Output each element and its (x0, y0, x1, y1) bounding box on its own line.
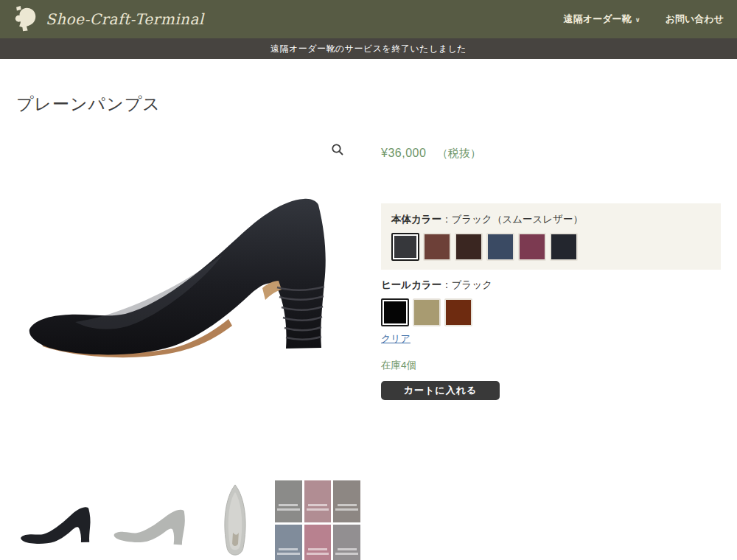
heel-color-swatch-0[interactable] (381, 298, 409, 326)
colon: ： (441, 279, 452, 290)
nav-item-label: お問い合わせ (666, 13, 724, 26)
color-chart-tile-2 (333, 480, 360, 522)
thumbnail-shoe-top-faded[interactable] (212, 482, 258, 560)
shoemaker-figure-icon (13, 4, 40, 34)
price: ¥36,000 (381, 147, 426, 159)
thumbnail-color-chart[interactable] (275, 480, 360, 560)
site-header: Shoe-Craft-Terminal 遠隔オーダー靴∨お問い合わせ (0, 0, 737, 38)
main-nav: 遠隔オーダー靴∨お問い合わせ (564, 13, 724, 26)
announcement-text: 遠隔オーダー靴のサービスを終了いたしました (270, 43, 467, 55)
heel-color-selected-value: ブラック (452, 279, 492, 290)
brand-name: Shoe-Craft-Terminal (46, 10, 204, 28)
body-color-swatch-5[interactable] (550, 233, 578, 261)
body-color-swatch-3[interactable] (486, 233, 514, 261)
body-color-swatch-0[interactable] (391, 233, 419, 261)
body-color-swatches (391, 233, 710, 261)
product-image[interactable] (16, 133, 355, 391)
color-chart-tile-5 (333, 525, 360, 560)
heel-color-swatches (381, 298, 721, 326)
add-to-cart-button[interactable]: カートに入れる (381, 381, 500, 400)
nav-item-label: 遠隔オーダー靴 (564, 13, 632, 26)
thumbnail-shoe-side[interactable] (18, 491, 97, 556)
thumbnail-gallery (0, 478, 737, 560)
nav-item-0[interactable]: 遠隔オーダー靴∨ (564, 13, 640, 26)
zoom-magnifier-icon[interactable] (330, 142, 345, 157)
body-color-swatch-2[interactable] (455, 233, 483, 261)
body-color-selected-value: ブラック（スムースレザー） (452, 214, 583, 225)
body-color-label: 本体カラー (391, 214, 441, 225)
product-title: プレーンパンプス (16, 93, 721, 116)
colon: ： (441, 214, 452, 225)
price-row: ¥36,000 （税抜） (381, 147, 721, 161)
chevron-down-icon: ∨ (635, 16, 640, 24)
tax-note: （税抜） (437, 147, 481, 159)
stock-status: 在庫4個 (381, 359, 721, 372)
nav-item-1[interactable]: お問い合わせ (666, 13, 724, 26)
body-color-row: 本体カラー：ブラック（スムースレザー） (381, 203, 721, 270)
heel-color-swatch-2[interactable] (444, 298, 472, 326)
page: Shoe-Craft-Terminal 遠隔オーダー靴∨お問い合わせ 遠隔オーダ… (0, 0, 737, 560)
color-chart-tile-1 (304, 480, 332, 522)
color-chart-tile-4 (304, 525, 332, 560)
color-chart-tile-3 (275, 525, 302, 560)
body-color-swatch-4[interactable] (518, 233, 546, 261)
heel-color-label: ヒールカラー (381, 279, 441, 290)
announcement-bar: 遠隔オーダー靴のサービスを終了いたしました (0, 38, 737, 59)
clear-selection-link[interactable]: クリア (381, 332, 411, 346)
heel-color-row: ヒールカラー：ブラック クリア (381, 270, 721, 346)
pump-shoe-photo (16, 133, 355, 391)
heel-color-swatch-1[interactable] (413, 298, 441, 326)
site-logo[interactable]: Shoe-Craft-Terminal (13, 4, 204, 34)
thumbnail-shoe-side-faded[interactable] (109, 488, 194, 559)
color-chart-tile-0 (275, 480, 302, 522)
body-color-swatch-1[interactable] (423, 233, 451, 261)
